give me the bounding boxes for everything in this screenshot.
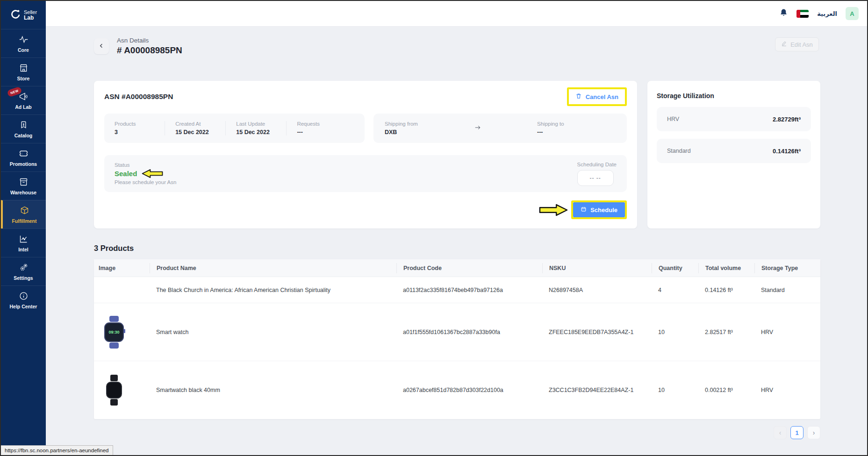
field-label: Last Update [236, 121, 286, 127]
pulse-icon [19, 35, 29, 45]
sidebar-item-help-center[interactable]: Help Center [1, 285, 46, 314]
product-volume: 0.14126 ft³ [698, 287, 754, 293]
trash-icon [575, 93, 582, 101]
gears-icon [19, 263, 29, 273]
back-button[interactable] [94, 38, 109, 54]
product-name: Smart watch [150, 329, 396, 335]
field-value: 3 [115, 129, 165, 135]
table-row[interactable]: The Black Church in America: African Ame… [94, 277, 820, 303]
sidebar-item-catalog[interactable]: Catalog [1, 114, 46, 143]
sidebar: SellerLab Core Store NEW Ad Lab Catalog … [1, 1, 46, 455]
product-storage-type: HRV [754, 329, 820, 335]
col-quantity: Quantity [652, 263, 698, 273]
ticket-icon [19, 149, 29, 159]
shipping-to: Shipping to --- [537, 121, 616, 135]
product-image-smartwatch-blue: 09:30 [103, 316, 125, 349]
field-value: 15 Dec 2022 [175, 129, 225, 135]
pencil-icon [781, 41, 787, 48]
language-switcher[interactable]: العربية [817, 10, 837, 17]
cancel-asn-button[interactable]: Cancel Asn [569, 89, 625, 104]
field-created-at: Created At 15 Dec 2022 [165, 121, 225, 135]
sidebar-item-core[interactable]: Core [1, 29, 46, 57]
sidebar-item-label: Ad Lab [15, 105, 32, 110]
field-label: Created At [175, 121, 225, 127]
field-value: DXB [385, 129, 418, 135]
pagination-page-1[interactable]: 1 [790, 426, 803, 439]
notification-bell-icon[interactable] [779, 8, 788, 20]
sidebar-item-label: Intel [18, 247, 29, 252]
schedule-highlight: Schedule [571, 200, 627, 219]
edit-asn-button[interactable]: Edit Asn [775, 37, 819, 51]
product-quantity: 4 [652, 287, 698, 293]
seller-lab-logo[interactable]: SellerLab [1, 1, 46, 29]
table-row[interactable]: 09:30 Smart watch a01f1f555fd1061367bc28… [94, 303, 820, 361]
annotation-arrow-right-icon [538, 204, 568, 216]
logo-line2: Lab [24, 14, 34, 21]
price-tag-icon [19, 120, 29, 131]
sidebar-item-adlab[interactable]: NEW Ad Lab [1, 86, 46, 114]
status-box: Status Sealed Please schedule your Asn S… [104, 155, 627, 192]
schedule-button[interactable]: Schedule [573, 202, 625, 217]
storage-row-standard: Standard 0.14126ft³ [657, 139, 811, 163]
col-storage-type: Storage Type [754, 263, 820, 273]
product-storage-type: HRV [754, 387, 820, 393]
field-label: Requests [297, 121, 365, 127]
sidebar-item-warehouse[interactable]: Warehouse [1, 171, 46, 200]
pagination-prev-button[interactable]: ‹ [774, 426, 787, 439]
avatar[interactable]: A [846, 7, 859, 20]
product-code: a01f1f555fd1061367bc2887a33b90fa [396, 329, 542, 335]
field-value: --- [297, 129, 365, 135]
pagination: ‹ 1 › [94, 426, 820, 439]
calendar-icon [581, 206, 587, 214]
table-header-row: Image Product Name Product Code NSKU Qua… [94, 259, 820, 277]
product-volume: 0.00212 ft³ [698, 387, 754, 393]
field-products: Products 3 [104, 121, 165, 135]
sidebar-item-label: Promotions [10, 162, 37, 167]
sidebar-item-store[interactable]: Store [1, 57, 46, 86]
product-quantity: 10 [652, 329, 698, 335]
product-name: Smartwatch black 40mm [150, 387, 396, 393]
shipping-box: Shipping from DXB Shipping to --- [373, 114, 627, 143]
scheduling-date-group: Scheduling Date [577, 162, 617, 186]
uae-flag-icon[interactable] [796, 10, 809, 18]
product-name: The Black Church in America: African Ame… [150, 287, 396, 293]
breadcrumb: Asn Details [117, 37, 149, 44]
product-storage-type: Standard [754, 287, 820, 293]
col-product-name: Product Name [150, 263, 396, 273]
field-requests: Requests --- [286, 121, 365, 135]
arrow-right-icon [473, 124, 482, 133]
col-image: Image [94, 263, 150, 273]
asn-card-title: ASN #A00008985PN [104, 93, 173, 101]
products-heading: 3 Products [94, 244, 134, 253]
sidebar-item-intel[interactable]: Intel [1, 228, 46, 257]
asn-details-card: ASN #A00008985PN Cancel Asn Products 3 C… [94, 81, 637, 228]
sidebar-item-settings[interactable]: Settings [1, 257, 46, 285]
topbar: العربية A [46, 1, 867, 27]
sidebar-item-label: Help Center [10, 304, 37, 309]
pagination-next-button[interactable]: › [807, 426, 820, 439]
col-product-code: Product Code [396, 263, 542, 273]
sidebar-item-label: Fulfillment [12, 219, 36, 224]
status-group: Status Sealed Please schedule your Asn [115, 162, 176, 185]
product-nsku: ZFEEC185E9EEDB7A355A4Z-1 [542, 329, 652, 335]
sidebar-item-fulfillment[interactable]: Fulfillment [1, 200, 46, 228]
table-row[interactable]: Smartwatch black 40mm a0267abcef851d782b… [94, 361, 820, 419]
sidebar-item-promotions[interactable]: Promotions [1, 143, 46, 171]
annotation-arrow-left-icon [142, 169, 163, 178]
sidebar-item-label: Settings [14, 276, 33, 281]
col-total-volume: Total volume [698, 263, 754, 273]
storage-label: Standard [667, 148, 691, 154]
product-volume: 2.82517 ft³ [698, 329, 754, 335]
app-window: SellerLab Core Store NEW Ad Lab Catalog … [0, 0, 868, 456]
asn-summary-box: Products 3 Created At 15 Dec 2022 Last U… [104, 114, 365, 143]
package-icon [20, 206, 29, 216]
product-nsku: Z3CC1C3FB2D94EE22E84AZ-1 [542, 387, 652, 393]
field-label: Shipping to [537, 121, 616, 127]
product-code: a0267abcef851d782b87d303f22d100a [396, 387, 542, 393]
status-hint: Please schedule your Asn [115, 179, 176, 185]
scheduling-date-label: Scheduling Date [577, 162, 617, 167]
scheduling-date-input[interactable] [577, 170, 614, 186]
sidebar-item-label: Catalog [14, 133, 33, 138]
product-quantity: 10 [652, 387, 698, 393]
storage-utilization-card: Storage Utilization HRV 2.82729ft³ Stand… [647, 81, 820, 228]
